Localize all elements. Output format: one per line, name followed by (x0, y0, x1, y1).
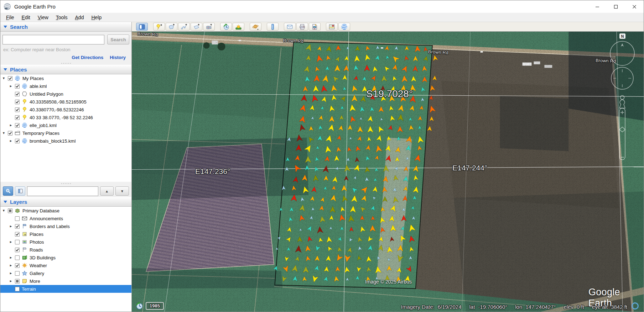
checkbox-on[interactable] (15, 92, 20, 96)
checkbox-on[interactable] (15, 115, 20, 120)
layers-item-photos[interactable]: ►Photos (0, 238, 131, 246)
places-item-40-3380770-98-52322246[interactable]: 40.3380770,-98.52322246 (0, 106, 131, 113)
expander-open-icon[interactable]: ▼ (2, 209, 6, 212)
add-polygon-button[interactable] (166, 23, 177, 31)
menu-tools[interactable]: Tools (52, 14, 71, 21)
search-input[interactable] (2, 35, 104, 44)
layers-item-places[interactable]: Places (0, 230, 131, 238)
layers-item-primary-database[interactable]: ▼Primary Database (0, 207, 131, 215)
sunlight-button[interactable] (233, 23, 244, 31)
checkbox-on[interactable] (15, 100, 20, 104)
layers-item-roads[interactable]: Roads (0, 246, 131, 254)
checkbox-on[interactable] (15, 139, 20, 143)
highlight-toggle-button[interactable] (15, 186, 25, 196)
status-imagery-date: Imagery Date:6/19/2024 (401, 304, 462, 310)
view-in-google-maps-button[interactable] (326, 23, 338, 31)
checkbox-on[interactable] (15, 263, 20, 268)
checkbox-on[interactable] (15, 224, 20, 229)
layers-item-gallery[interactable]: ►Gallery (0, 269, 131, 277)
places-item-elle-job1-kml[interactable]: ►elle_job1.kml (0, 121, 131, 129)
record-tour-button[interactable] (203, 23, 215, 31)
layers-item-weather[interactable]: ►Weather (0, 261, 131, 269)
search-places-button[interactable] (3, 186, 13, 196)
collapse-triangle-icon[interactable] (4, 26, 7, 28)
add-placemark-button[interactable] (153, 23, 165, 31)
expander-closed-icon[interactable]: ► (9, 84, 13, 88)
print-button[interactable] (296, 23, 308, 31)
places-item-40-33358508-98-52165905[interactable]: 40.33358508,-98.52165905 (0, 98, 131, 106)
next-result-button[interactable]: ▼ (115, 186, 129, 196)
checkbox-off[interactable] (15, 216, 20, 221)
layers-item-borders-and-labels[interactable]: ►Borders and Labels (0, 222, 131, 230)
checkbox-on[interactable] (15, 107, 20, 112)
expander-closed-icon[interactable]: ► (9, 271, 13, 275)
panel-resize-handle[interactable] (0, 182, 131, 185)
navigation-controls[interactable]: N (604, 33, 641, 200)
menu-view[interactable]: View (34, 14, 52, 21)
search-button[interactable]: Search (107, 35, 129, 44)
email-button[interactable] (284, 23, 296, 31)
menu-edit[interactable]: Edit (18, 14, 34, 21)
checkbox-on[interactable] (8, 76, 12, 81)
expander-closed-icon[interactable]: ► (9, 256, 13, 259)
places-item-my-places[interactable]: ▼My Places (0, 74, 131, 82)
menu-file[interactable]: File (2, 14, 18, 21)
planets-button[interactable] (250, 23, 261, 31)
collapse-triangle-icon[interactable] (4, 201, 7, 203)
checkbox-on[interactable] (15, 123, 20, 128)
checkbox-off[interactable] (15, 240, 20, 244)
layers-item-more[interactable]: ►More (0, 277, 131, 285)
places-filter-input[interactable] (27, 186, 98, 196)
previous-result-button[interactable]: ▲ (100, 186, 114, 196)
places-item-untitled-polygon[interactable]: Untitled Polygon (0, 90, 131, 98)
places-item-40-33-38-0770-98-52-32-2246[interactable]: 40 33 38.0770, -98 52 32.2246 (0, 113, 131, 121)
add-image-overlay-button[interactable] (191, 23, 202, 31)
expander-closed-icon[interactable]: ► (9, 123, 13, 127)
layers-item-announcements[interactable]: Announcements (0, 215, 131, 222)
up-arrow-icon: ▲ (105, 189, 109, 193)
history-link[interactable]: History (110, 55, 126, 60)
ruler-button[interactable] (267, 23, 279, 31)
checkbox-on[interactable] (15, 84, 20, 89)
checkbox-partial[interactable] (15, 279, 20, 284)
checkbox-off[interactable] (15, 255, 20, 260)
expander-closed-icon[interactable]: ► (9, 240, 13, 244)
checkbox-off[interactable] (15, 287, 20, 291)
checkbox-off[interactable] (15, 271, 20, 276)
places-item-brombals-block15-kml[interactable]: ►brombals_block15.kml (0, 137, 131, 145)
checkbox-on[interactable] (15, 248, 20, 252)
panel-resize-handle[interactable] (0, 62, 131, 65)
layers-item-3d-buildings[interactable]: ►3D Buildings (0, 254, 131, 261)
menu-help[interactable]: Help (88, 14, 105, 21)
save-image-button[interactable] (309, 23, 321, 31)
search-panel-header[interactable]: Search (0, 22, 131, 32)
layers-item-terrain[interactable]: Terrain (0, 285, 131, 293)
checkbox-on[interactable] (8, 131, 12, 136)
checkbox-on[interactable] (15, 232, 20, 237)
add-path-button[interactable] (178, 23, 190, 31)
expander-closed-icon[interactable]: ► (9, 224, 13, 228)
historical-imagery-button[interactable] (220, 23, 232, 31)
collapse-triangle-icon[interactable] (4, 68, 7, 71)
places-item-temporary-places[interactable]: ▼Temporary Places (0, 129, 131, 137)
close-button[interactable] (625, 0, 644, 13)
toggle-sidebar-button[interactable] (136, 23, 148, 31)
places-panel-header[interactable]: Places (0, 65, 131, 74)
globe-button[interactable] (338, 23, 350, 31)
layers-panel-header[interactable]: Layers (0, 197, 131, 207)
map-viewport[interactable]: Brown Rd Brown Rd Brown Rd Brown Rd S19.… (132, 31, 644, 312)
minimize-button[interactable] (588, 0, 607, 13)
historical-clock-icon[interactable] (135, 302, 143, 310)
expander-closed-icon[interactable]: ► (9, 264, 13, 267)
expander-open-icon[interactable]: ▼ (2, 76, 6, 80)
places-item-able-kml[interactable]: ►able.kml (0, 82, 131, 90)
time-badge[interactable]: 1985 (146, 302, 164, 310)
expander-closed-icon[interactable]: ► (9, 139, 13, 143)
time-slider-control[interactable]: 1985 (135, 302, 164, 310)
checkbox-partial[interactable] (8, 208, 12, 213)
expander-open-icon[interactable]: ▼ (2, 131, 6, 135)
menu-add[interactable]: Add (72, 14, 88, 21)
expander-closed-icon[interactable]: ► (9, 279, 13, 283)
get-directions-link[interactable]: Get Directions (72, 55, 103, 60)
maximize-button[interactable] (607, 0, 625, 13)
